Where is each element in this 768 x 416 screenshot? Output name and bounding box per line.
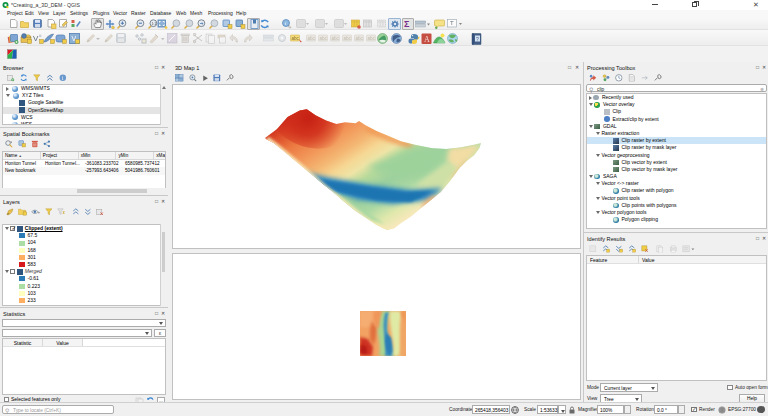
svg-text:abc: abc xyxy=(320,36,328,41)
svg-text:T: T xyxy=(450,20,454,26)
svg-text:ε: ε xyxy=(63,209,66,215)
svg-text:V: V xyxy=(33,34,39,43)
svg-text:abc: abc xyxy=(308,36,316,41)
svg-text:A: A xyxy=(424,34,430,43)
svg-text:abc: abc xyxy=(356,36,364,41)
svg-text:?: ? xyxy=(476,35,479,41)
svg-text:1:1: 1:1 xyxy=(151,22,156,26)
svg-text:abc: abc xyxy=(292,36,300,41)
svg-text:abc: abc xyxy=(332,36,340,41)
svg-text:abc: abc xyxy=(368,36,376,41)
svg-text:abc: abc xyxy=(344,36,352,41)
